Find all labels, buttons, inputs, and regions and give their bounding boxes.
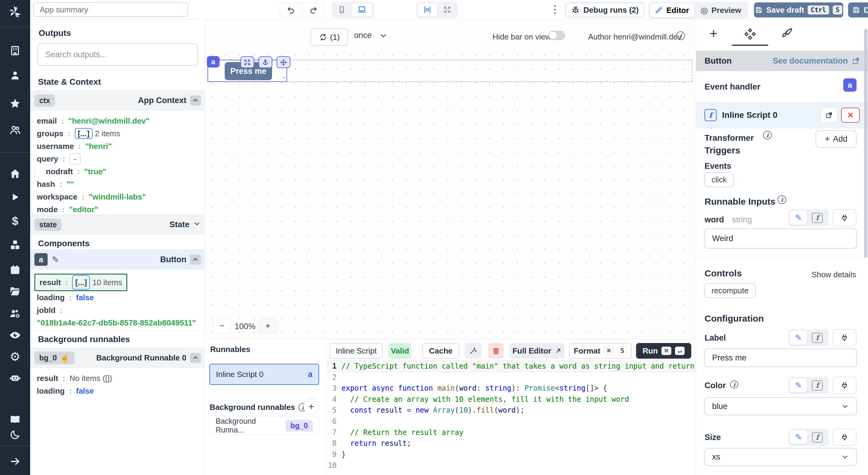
- runs-play-icon[interactable]: [10, 192, 21, 204]
- expand-sidebar-arrow-icon[interactable]: [9, 456, 21, 468]
- styling-brush-tab-icon[interactable]: [780, 27, 793, 41]
- redo-button[interactable]: [302, 3, 324, 17]
- ctx-section-row[interactable]: ctx App Context: [30, 91, 205, 110]
- hide-bar-toggle[interactable]: [548, 31, 565, 40]
- code-line[interactable]: 5 const result = new Array(10).fill(word…: [326, 405, 696, 416]
- expand-component-handle[interactable]: [240, 56, 254, 68]
- groups-admin-icon[interactable]: [9, 308, 21, 321]
- resources-cubes-icon[interactable]: [9, 239, 21, 252]
- output-kv-row[interactable]: result : No items ([]): [37, 372, 205, 384]
- delete-script-button[interactable]: [488, 343, 504, 359]
- bg-runnable-item[interactable]: Background Runna... bg_0: [209, 416, 319, 435]
- output-kv-row[interactable]: result : [...]10 items: [34, 274, 127, 291]
- dark-mode-moon-icon[interactable]: [10, 429, 21, 441]
- schedules-calendar-icon[interactable]: [10, 264, 21, 276]
- undo-button[interactable]: [280, 3, 302, 17]
- save-draft-button[interactable]: Save draft Ctrl S: [754, 2, 843, 18]
- schedule-dropdown[interactable]: once: [354, 31, 388, 40]
- recompute-pill[interactable]: recompute: [704, 283, 756, 298]
- audit-eye-icon[interactable]: [9, 329, 21, 342]
- eval-mode-button[interactable]: f: [812, 213, 823, 223]
- settings-gear-icon[interactable]: ⚙: [10, 350, 21, 364]
- anchor-component-handle[interactable]: [258, 56, 272, 68]
- code-editor[interactable]: 1// TypeScript function called "main" th…: [326, 361, 696, 475]
- static-mode-button[interactable]: ✎: [790, 430, 807, 444]
- folders-icon[interactable]: [9, 285, 21, 298]
- output-kv-row[interactable]: query : -: [37, 152, 205, 165]
- rename-pencil-icon[interactable]: ✎: [52, 255, 59, 265]
- windmill-logo-icon[interactable]: [7, 5, 23, 21]
- output-kv-row[interactable]: mode : "editor": [37, 203, 205, 216]
- eval-mode-button[interactable]: f: [812, 432, 823, 442]
- color-info-icon[interactable]: i: [730, 380, 738, 388]
- output-kv-row[interactable]: hash : "": [37, 178, 205, 191]
- star-icon[interactable]: [9, 98, 21, 110]
- ai-wand-button[interactable]: [465, 343, 482, 359]
- connect-size-button[interactable]: [832, 429, 857, 446]
- deploy-button[interactable]: Deploy: [848, 2, 868, 18]
- zoom-in-button[interactable]: +: [259, 318, 277, 333]
- runnable-inputs-info-icon[interactable]: i: [777, 195, 786, 204]
- ai-robot-icon[interactable]: [9, 372, 21, 385]
- full-editor-button[interactable]: Full Editor: [509, 343, 565, 359]
- preview-tab[interactable]: ◎ Preview: [695, 3, 746, 17]
- bg-runnable-collapse-button[interactable]: [190, 353, 201, 363]
- static-mode-button[interactable]: ✎: [790, 331, 807, 345]
- docs-book-icon[interactable]: [9, 413, 21, 426]
- state-section-row[interactable]: state State: [30, 214, 205, 235]
- static-mode-button[interactable]: ✎: [790, 211, 807, 225]
- see-documentation-link[interactable]: See documentation: [773, 56, 860, 66]
- code-line[interactable]: 9}: [326, 449, 696, 460]
- runnable-item-selected[interactable]: Inline Script 0 a: [209, 364, 319, 385]
- code-line[interactable]: 3export async function main(word: string…: [326, 383, 696, 394]
- code-line[interactable]: 8 return result;: [326, 438, 696, 449]
- kebab-menu-icon[interactable]: ⋮: [550, 3, 560, 16]
- connect-input-button[interactable]: [832, 209, 857, 226]
- eval-mode-button[interactable]: f: [812, 380, 823, 391]
- click-event-pill[interactable]: click: [704, 172, 734, 187]
- connect-color-button[interactable]: [832, 377, 857, 394]
- output-kv-row[interactable]: username : "henri": [37, 140, 205, 152]
- desktop-view-button[interactable]: [351, 3, 372, 16]
- color-select[interactable]: blue: [704, 397, 857, 415]
- output-kv-row[interactable]: workspace : "windmill-labs": [37, 191, 205, 203]
- app-canvas[interactable]: (1) once Hide bar on view Author henri@w…: [205, 19, 696, 339]
- code-line[interactable]: 7 // Return the result array: [326, 427, 696, 438]
- home-icon[interactable]: [9, 168, 21, 180]
- debug-runs-button[interactable]: Debug runs (2): [565, 2, 645, 18]
- cache-button[interactable]: Cache: [422, 343, 459, 359]
- panel-scrollbar[interactable]: [864, 29, 867, 258]
- zoom-out-button[interactable]: −: [213, 318, 231, 333]
- refresh-app-button[interactable]: (1): [311, 28, 348, 46]
- move-component-handle[interactable]: [277, 56, 290, 68]
- output-kv-row[interactable]: nodraft : "true": [37, 165, 205, 178]
- output-kv-row[interactable]: groups : [...]2 items: [37, 127, 205, 140]
- center-content-button[interactable]: [418, 3, 437, 16]
- user-icon[interactable]: [10, 70, 21, 82]
- add-transformer-button[interactable]: +Add: [815, 130, 857, 148]
- format-button[interactable]: Format ⌘ S: [569, 343, 631, 359]
- workspace-building-icon[interactable]: [10, 45, 21, 57]
- component-section-row[interactable]: a ✎ Button: [30, 249, 205, 269]
- word-value-input[interactable]: [704, 229, 857, 249]
- insert-component-tab-plus-icon[interactable]: +: [710, 26, 717, 41]
- remove-script-button[interactable]: ✕: [841, 108, 860, 123]
- resize-handle-icon[interactable]: [280, 75, 285, 80]
- run-button[interactable]: Run ⌘ ↵: [636, 343, 691, 359]
- size-select[interactable]: xs: [704, 448, 857, 466]
- show-details-link[interactable]: Show details: [812, 270, 856, 279]
- author-info-icon[interactable]: i: [676, 31, 685, 40]
- static-mode-button[interactable]: ✎: [790, 378, 807, 393]
- variables-dollar-icon[interactable]: $: [12, 214, 18, 228]
- users-group-icon[interactable]: [9, 124, 21, 137]
- output-kv-row[interactable]: email : "henri@windmill.dev": [37, 114, 205, 127]
- code-line[interactable]: 4 // Create an array with 10 elements, f…: [326, 394, 696, 405]
- output-kv-row[interactable]: loading : false: [37, 384, 205, 397]
- eval-mode-button[interactable]: f: [812, 333, 823, 343]
- code-line[interactable]: 6: [326, 416, 696, 427]
- editor-tab[interactable]: Editor: [650, 3, 694, 17]
- fullscreen-button[interactable]: [438, 3, 456, 16]
- bg-runnable-section-row[interactable]: bg_0☝ Background Runnable 0: [30, 348, 205, 368]
- component-collapse-button[interactable]: [190, 255, 201, 265]
- linked-script-row[interactable]: f Inline Script 0 ✕: [696, 102, 868, 128]
